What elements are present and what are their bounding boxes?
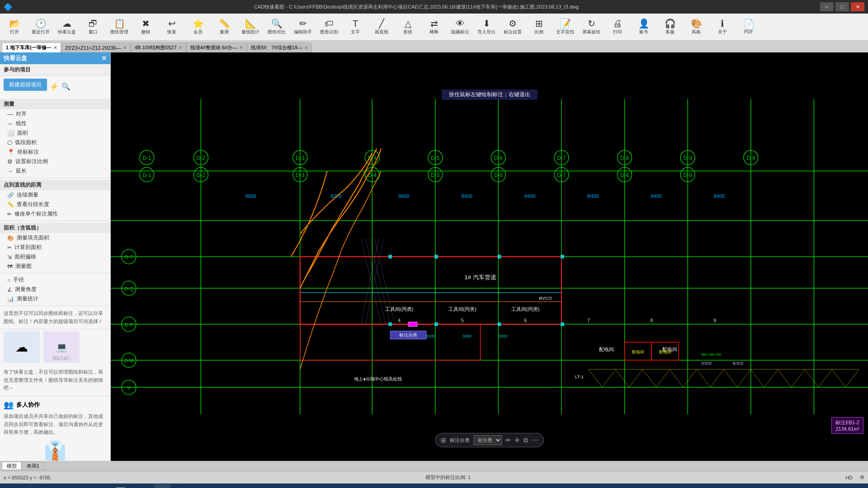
toolbar-btn-hide-mark[interactable]: 👁隐藏标注 [448, 15, 473, 39]
anno-more-icon[interactable]: ⋯ [532, 436, 538, 444]
toolbar-btn-measure[interactable]: 📏量测 [212, 15, 237, 39]
taskbar-edge[interactable]: 🌐 [208, 484, 225, 488]
anno-edit-icon[interactable]: ✏ [505, 436, 511, 444]
svg-text:工具间(丙类): 工具间(丙类) [448, 306, 476, 312]
annotation-toolbar[interactable]: ⊞ 标注分类 未分类 ✏ ✛ ⧉ ⋯ [435, 433, 544, 447]
left-item-extend[interactable]: →延长 [0, 166, 110, 176]
settings-icon[interactable]: ⚙ [860, 474, 864, 480]
left-item-linear[interactable]: ↔线性 [0, 119, 110, 128]
recover-label: 恢复 [167, 29, 176, 35]
left-panel-close-icon[interactable]: ✕ [101, 55, 107, 62]
toolbar-btn-edit-helper[interactable]: ✏编辑助手 [290, 15, 316, 39]
hd-icon[interactable]: HD [845, 475, 853, 480]
taskbar-ie[interactable]: 🌐 [154, 484, 170, 488]
left-item-measure-stat[interactable]: 📊测量统计 [0, 294, 110, 304]
tab-close-tab2[interactable]: ✕ [123, 45, 127, 50]
new-project-button[interactable]: 新建超级项目 [4, 79, 47, 91]
left-item-measure-map[interactable]: 🗺测量图 [0, 262, 110, 271]
tab-tab5[interactable]: 线境5#、7#综合楼18—✕ [247, 42, 312, 52]
toolbar-btn-recover[interactable]: ↩恢复 [159, 15, 184, 39]
toolbar-btn-window[interactable]: 🗗窗口 [80, 15, 106, 39]
left-item-fill-area[interactable]: 🎨测量填充面积 [0, 233, 110, 243]
tab-tab2[interactable]: Z0'Z3+Z11+Z12-20230—✕ [61, 42, 131, 52]
left-item-continuous[interactable]: 🔗连续测量 [0, 190, 110, 200]
taskbar-word[interactable]: W [190, 484, 207, 488]
toolbar-btn-recent[interactable]: 🕐最近打开 [28, 15, 53, 39]
left-item-modify-attr[interactable]: ✏修改单个标注属性 [0, 209, 110, 219]
tab-tab3[interactable]: 4B-10#结构图0527✕ [131, 42, 186, 52]
tab-tab4[interactable]: 线境4#整观竣.6#办—✕ [186, 42, 247, 52]
left-item-angle[interactable]: ∠测量角度 [0, 285, 110, 294]
toolbar-btn-text-paste[interactable]: 📝文字宣找 [552, 15, 578, 39]
toolbar-btn-draw-line[interactable]: ╱画直线 [369, 15, 394, 39]
toolbar-btn-drawings[interactable]: 📋图纸管理 [107, 15, 132, 39]
left-item-area-offset[interactable]: ⇲面积偏移 [0, 252, 110, 262]
layout-tab[interactable]: 布局1 [22, 462, 44, 470]
toolbar-btn-print[interactable]: 🖨打印 [605, 15, 630, 39]
toolbar-btn-account[interactable]: 👤账号 [631, 15, 656, 39]
toolbar-btn-mark-settings[interactable]: ⚙标注设置 [500, 15, 525, 39]
toolbar-btn-vip[interactable]: ⭐会员 [185, 15, 211, 39]
hide-mark-label: 隐藏标注 [451, 29, 469, 35]
toolbar-btn-transfer[interactable]: ⇄稀释 [421, 15, 447, 39]
tab-close-tab3[interactable]: ✕ [179, 45, 182, 50]
svg-text:D-M: D-M [124, 358, 134, 363]
search-icon[interactable]: 🔍 [61, 82, 71, 91]
left-item-scale[interactable]: ⚙设置标注比例 [0, 157, 110, 166]
taskbar-explorer[interactable]: 📁 [136, 484, 152, 488]
toolbar-btn-cancel[interactable]: ✖撤销 [133, 15, 158, 39]
toolbar-btn-cloud[interactable]: ☁快看云盘 [54, 15, 80, 39]
toolbar-btn-measure-line[interactable]: 📐量线统计 [238, 15, 263, 39]
start-button[interactable]: ⊞ [2, 484, 18, 488]
toolbar-btn-compare[interactable]: 🔍图纸对比 [264, 15, 289, 39]
measure-stat-icon: 📊 [7, 296, 14, 302]
about-label: 关于 [718, 29, 727, 35]
svg-text:8100: 8100 [426, 334, 435, 338]
left-item-segment[interactable]: 📏查看分段长度 [0, 200, 110, 209]
scale-badge-value: 2134.61m² [835, 426, 859, 432]
refresh-icon[interactable]: ⚡ [50, 82, 59, 91]
toolbar-btn-pdf[interactable]: 📄PDF [736, 15, 761, 39]
anno-copy-icon[interactable]: ⧉ [524, 436, 528, 444]
toolbar-btn-style[interactable]: 🎨风格 [684, 15, 709, 39]
taskbar-apps[interactable]: 📦 [172, 484, 189, 488]
left-item-area[interactable]: ⬜面积 [0, 128, 110, 138]
model-tab[interactable]: 模型 [2, 462, 22, 470]
anno-move-icon[interactable]: ✛ [514, 436, 520, 444]
taskbar-wechat[interactable]: 💬 [226, 484, 243, 488]
window-controls[interactable]: ─ □ ✕ [820, 2, 864, 11]
minimize-button[interactable]: ─ [820, 2, 834, 11]
toolbar-btn-shape[interactable]: △形状 [395, 15, 420, 39]
tab-close-tab5[interactable]: ✕ [304, 45, 308, 50]
toolbar-btn-open[interactable]: 📂打开 [2, 15, 27, 39]
toolbar-btn-service[interactable]: 🎧客服 [657, 15, 683, 39]
maximize-button[interactable]: □ [835, 2, 849, 11]
taskbar-app2[interactable]: 🖥 [263, 484, 279, 488]
toolbar-btn-text[interactable]: T文字 [343, 15, 368, 39]
cloud-actions: 新建超级项目 ⚡ 🔍 [0, 76, 110, 97]
left-item-align[interactable]: —对齐 [0, 109, 110, 119]
left-item-section-area[interactable]: ✂计算剖面积 [0, 243, 110, 252]
toolbar-btn-rotate[interactable]: ↻屏幕旋转 [579, 15, 604, 39]
toolbar-btn-ratio[interactable]: ⊞比例 [526, 15, 552, 39]
toolbar-btn-identify[interactable]: 🏷图形识别 [316, 15, 342, 39]
search-bar[interactable]: 🔍 在此键入进行搜索 [20, 486, 110, 488]
toolbar-btn-about[interactable]: ℹ关于 [710, 15, 735, 39]
left-item-radius[interactable]: ○手径 [0, 275, 110, 285]
measure-section-title: 测量 [0, 99, 110, 109]
task-view-icon[interactable]: ⬜ [112, 484, 128, 488]
tab-tab1[interactable]: 1 地下车库(一审修—✕ [2, 42, 61, 52]
anno-type-select[interactable]: 未分类 [473, 435, 502, 445]
taskbar-app1[interactable]: 📦 [245, 484, 261, 488]
svg-text:D-5: D-5 [431, 172, 440, 178]
coordinates-display: x = 855023 y = -9785 [4, 475, 51, 480]
cad-canvas[interactable]: 按住鼠标左键绘制标注；右键退出 [111, 52, 868, 461]
close-button[interactable]: ✕ [851, 2, 864, 11]
tab-close-tab4[interactable]: ✕ [239, 45, 243, 50]
recent-icon: 🕐 [35, 19, 47, 28]
left-item-arc-area[interactable]: ⬡弧段面积 [0, 138, 110, 147]
left-item-coord[interactable]: 📍坐标标注 [0, 147, 110, 157]
toolbar-btn-import[interactable]: ⬇导入导出 [474, 15, 499, 39]
cad-drawing[interactable]: D-1 D-2 D-3 D-4 D-5 D-6 D-7 D-8 D-9 D-9 … [111, 52, 868, 461]
tab-close-tab1[interactable]: ✕ [53, 45, 57, 50]
